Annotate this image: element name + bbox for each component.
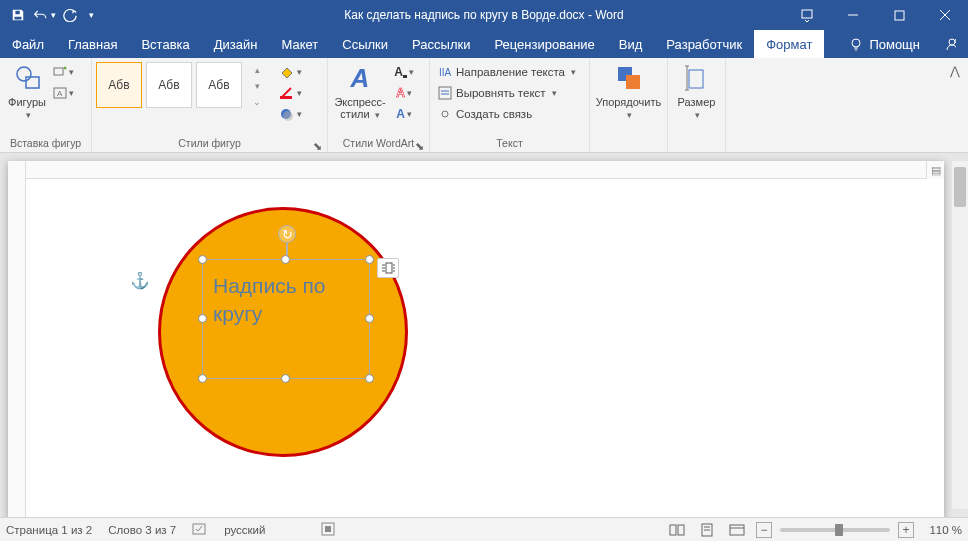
text-box-button[interactable]: A▾ bbox=[52, 83, 74, 103]
svg-rect-45 bbox=[730, 525, 744, 535]
wordart-icon: A bbox=[344, 62, 376, 94]
collapse-ribbon-icon[interactable]: ⋀ bbox=[950, 64, 960, 78]
text-effects-button[interactable]: A▾ bbox=[390, 104, 418, 124]
lightbulb-icon bbox=[849, 37, 863, 51]
shape-style-3[interactable]: Абв bbox=[196, 62, 242, 108]
undo-icon[interactable]: ▾ bbox=[32, 3, 56, 27]
zoom-out-button[interactable]: − bbox=[756, 522, 772, 538]
svg-point-5 bbox=[852, 39, 860, 47]
text-fill-button[interactable]: A▾ bbox=[390, 62, 418, 82]
zoom-slider-knob[interactable] bbox=[835, 524, 843, 536]
group-size bbox=[672, 136, 721, 152]
tab-view[interactable]: Вид bbox=[607, 30, 655, 58]
textbox-content[interactable]: Надпись по кругу bbox=[203, 260, 369, 341]
tab-insert[interactable]: Вставка bbox=[129, 30, 201, 58]
share-button[interactable] bbox=[932, 30, 968, 58]
tell-me-label: Помощн bbox=[869, 37, 920, 52]
web-layout-icon[interactable] bbox=[726, 521, 748, 539]
shape-effects-button[interactable]: ▾ bbox=[276, 104, 304, 124]
resize-handle[interactable] bbox=[198, 255, 207, 264]
svg-rect-12 bbox=[54, 68, 63, 75]
status-macro-icon[interactable] bbox=[321, 522, 335, 538]
create-link-button[interactable]: Создать связь bbox=[434, 104, 585, 124]
qat-customize-icon[interactable]: ▾ bbox=[84, 3, 98, 27]
link-icon bbox=[438, 107, 452, 121]
scroll-thumb[interactable] bbox=[954, 167, 966, 207]
document-area[interactable]: ▤ ⚓ Надпись по кругу bbox=[0, 153, 968, 517]
redo-icon[interactable] bbox=[58, 3, 82, 27]
resize-handle[interactable] bbox=[365, 374, 374, 383]
horizontal-ruler[interactable]: ▤ bbox=[26, 161, 944, 179]
vertical-scrollbar[interactable] bbox=[952, 161, 968, 509]
tab-home[interactable]: Главная bbox=[56, 30, 129, 58]
layout-options-button[interactable] bbox=[377, 258, 399, 278]
status-language[interactable]: русский bbox=[224, 524, 265, 536]
resize-handle[interactable] bbox=[281, 255, 290, 264]
tell-me-button[interactable]: Помощн bbox=[837, 30, 932, 58]
style-gallery-up[interactable]: ▴ bbox=[246, 62, 268, 77]
tab-layout[interactable]: Макет bbox=[269, 30, 330, 58]
tab-mailings[interactable]: Рассылки bbox=[400, 30, 482, 58]
minimize-button[interactable] bbox=[830, 0, 876, 30]
svg-rect-11 bbox=[26, 77, 39, 88]
read-mode-icon[interactable] bbox=[666, 521, 688, 539]
vertical-ruler[interactable] bbox=[8, 161, 26, 517]
status-words[interactable]: Слово 3 из 7 bbox=[108, 524, 176, 536]
tab-developer[interactable]: Разработчик bbox=[654, 30, 754, 58]
ribbon-options-icon[interactable] bbox=[784, 0, 830, 30]
svg-text:A: A bbox=[57, 89, 63, 98]
textbox-selection[interactable]: Надпись по кругу bbox=[202, 259, 370, 379]
svg-point-18 bbox=[283, 111, 293, 121]
tab-references[interactable]: Ссылки bbox=[330, 30, 400, 58]
rotate-handle[interactable] bbox=[278, 225, 296, 243]
resize-handle[interactable] bbox=[198, 314, 207, 323]
style-gallery-down[interactable]: ▾ bbox=[246, 78, 268, 93]
tab-file[interactable]: Файл bbox=[0, 30, 56, 58]
shapes-label: Фигуры bbox=[8, 96, 46, 108]
style-gallery-more[interactable]: ⌄ bbox=[246, 94, 268, 109]
arrange-button[interactable]: Упорядочить▾ bbox=[590, 60, 667, 132]
anchor-icon[interactable]: ⚓ bbox=[130, 271, 150, 290]
zoom-slider[interactable] bbox=[780, 528, 890, 532]
text-outline-button[interactable]: A▾ bbox=[390, 83, 418, 103]
text-direction-button[interactable]: IIAНаправление текста▾ bbox=[434, 62, 585, 82]
zoom-level[interactable]: 110 % bbox=[922, 524, 962, 536]
shape-styles-launcher[interactable]: ⬊ bbox=[311, 139, 323, 151]
page[interactable]: ▤ ⚓ Надпись по кругу bbox=[8, 161, 944, 517]
edit-shape-button[interactable]: ▾ bbox=[52, 62, 74, 82]
resize-handle[interactable] bbox=[281, 374, 290, 383]
shape-style-2[interactable]: Абв bbox=[146, 62, 192, 108]
ruler-toggle-icon[interactable]: ▤ bbox=[926, 161, 944, 179]
save-icon[interactable] bbox=[6, 3, 30, 27]
svg-rect-30 bbox=[386, 263, 392, 273]
shape-fill-button[interactable]: ▾ bbox=[276, 62, 304, 82]
size-button[interactable]: Размер▾ bbox=[672, 60, 722, 132]
resize-handle[interactable] bbox=[198, 374, 207, 383]
print-layout-icon[interactable] bbox=[696, 521, 718, 539]
align-text-icon bbox=[438, 86, 452, 100]
close-button[interactable] bbox=[922, 0, 968, 30]
svg-rect-39 bbox=[325, 526, 331, 532]
wordart-quick-styles-button[interactable]: A Экспресс-стили ▾ bbox=[332, 60, 388, 132]
size-icon bbox=[681, 62, 713, 94]
svg-rect-2 bbox=[895, 11, 904, 20]
wordart-launcher[interactable]: ⬊ bbox=[413, 139, 425, 151]
maximize-button[interactable] bbox=[876, 0, 922, 30]
svg-rect-26 bbox=[689, 70, 703, 88]
tab-review[interactable]: Рецензирование bbox=[482, 30, 606, 58]
shape-style-1[interactable]: Абв bbox=[96, 62, 142, 108]
zoom-in-button[interactable]: + bbox=[898, 522, 914, 538]
status-spellcheck-icon[interactable] bbox=[192, 522, 208, 538]
shapes-button[interactable]: Фигуры▾ bbox=[4, 60, 50, 132]
tab-format[interactable]: Формат bbox=[754, 30, 824, 58]
align-text-button[interactable]: Выровнять текст▾ bbox=[434, 83, 585, 103]
svg-point-10 bbox=[17, 67, 31, 81]
tab-design[interactable]: Дизайн bbox=[202, 30, 270, 58]
resize-handle[interactable] bbox=[365, 314, 374, 323]
shape-outline-icon bbox=[279, 86, 295, 100]
status-page[interactable]: Страница 1 из 2 bbox=[6, 524, 92, 536]
resize-handle[interactable] bbox=[365, 255, 374, 264]
shape-outline-button[interactable]: ▾ bbox=[276, 83, 304, 103]
shape-effects-icon bbox=[279, 107, 295, 121]
shape-fill-icon bbox=[279, 65, 295, 79]
